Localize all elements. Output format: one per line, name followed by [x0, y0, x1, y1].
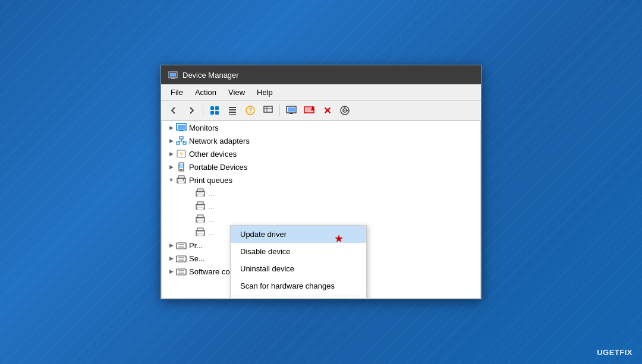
tree-arrow-pr: ▶ [166, 240, 176, 250]
menu-action[interactable]: Action [190, 87, 221, 98]
svg-rect-28 [177, 142, 180, 144]
noop4 [190, 227, 195, 237]
print-child-2-icon [195, 201, 206, 211]
svg-rect-17 [288, 107, 295, 112]
svg-rect-26 [180, 130, 183, 131]
tree-item-print-child-3[interactable]: ... [162, 213, 480, 226]
tree-arrow-network: ▶ [166, 136, 176, 145]
svg-rect-10 [229, 114, 236, 115]
noop2 [190, 201, 195, 211]
window-icon [168, 70, 178, 80]
svg-rect-61 [178, 270, 184, 271]
svg-rect-7 [229, 107, 236, 108]
ctx-scan-hardware[interactable]: Scan for hardware changes [231, 277, 366, 295]
svg-rect-3 [210, 106, 214, 110]
ctx-uninstall-device[interactable]: Uninstall device [231, 260, 366, 277]
uninstall-button[interactable]: ✕ [319, 103, 335, 118]
print-child-1-icon [195, 188, 206, 198]
tree-arrow-se: ▶ [166, 254, 176, 263]
other-icon: ? [176, 149, 187, 159]
svg-rect-58 [178, 257, 184, 258]
watermark: UGETFIX [597, 348, 632, 357]
tree-arrow-monitors: ▶ [166, 123, 176, 132]
tree-item-print-queues[interactable]: ▼ Print queues [162, 173, 480, 186]
menu-file[interactable]: File [166, 87, 188, 98]
other-label: Other devices [189, 150, 237, 159]
ctx-update-driver-label: Update driver [240, 230, 287, 239]
ctx-disable-device[interactable]: Disable device [231, 243, 366, 260]
help-button[interactable]: ? [243, 103, 258, 118]
ctx-properties[interactable]: Properties [231, 297, 366, 299]
tree-arrow-software: ▶ [166, 267, 176, 276]
svg-rect-55 [178, 244, 184, 245]
print-child-3-icon [195, 214, 206, 224]
toolbar-sep-2 [279, 105, 280, 116]
tree-panel: ▶ Monitors ▶ Network adapters [161, 121, 481, 299]
print-icon [176, 175, 187, 185]
monitors-label: Monitors [189, 124, 219, 132]
svg-rect-1 [170, 73, 176, 77]
svg-rect-27 [180, 137, 183, 139]
details-view-button[interactable] [260, 103, 276, 118]
menu-view[interactable]: View [224, 87, 250, 98]
svg-rect-57 [177, 256, 186, 262]
svg-rect-54 [177, 243, 186, 249]
portable-icon [176, 162, 187, 172]
menu-bar: File Action View Help [161, 84, 481, 101]
forward-button[interactable] [184, 103, 199, 118]
se-icon [176, 254, 187, 263]
tree-item-monitors[interactable]: ▶ Monitors [162, 121, 480, 134]
tree-item-portable[interactable]: ▶ Portable Devices [162, 160, 480, 173]
svg-rect-13 [264, 106, 272, 112]
svg-rect-60 [177, 269, 186, 275]
tree-item-other[interactable]: ▶ ? Other devices [162, 147, 480, 160]
svg-rect-4 [215, 106, 219, 110]
back-button[interactable] [166, 103, 181, 118]
svg-text:?: ? [180, 151, 183, 157]
display-button[interactable] [284, 103, 299, 118]
svg-rect-25 [178, 125, 185, 129]
context-menu: Update driver Disable device Uninstall d… [230, 225, 367, 299]
list-view-button[interactable] [225, 103, 240, 118]
svg-text:?: ? [248, 107, 252, 114]
svg-rect-37 [180, 164, 183, 168]
svg-rect-50 [197, 220, 203, 223]
svg-rect-53 [197, 233, 203, 236]
network-label: Network adapters [189, 137, 250, 145]
svg-rect-18 [289, 113, 293, 114]
svg-rect-5 [210, 111, 214, 115]
svg-rect-2 [171, 78, 175, 79]
title-bar: Device Manager [161, 65, 481, 84]
category-view-button[interactable] [207, 103, 222, 118]
svg-rect-8 [229, 109, 236, 110]
monitors-icon [176, 123, 187, 132]
tree-item-print-child-1[interactable]: ... [162, 186, 480, 200]
scan-button[interactable] [337, 103, 353, 118]
noop3 [190, 214, 195, 224]
toolbar-sep-1 [203, 105, 203, 116]
svg-rect-62 [178, 273, 184, 274]
ctx-uninstall-label: Uninstall device [240, 264, 294, 273]
device-manager-window: Device Manager File Action View Help [160, 65, 482, 299]
print-queues-label: Print queues [189, 176, 232, 185]
tree-arrow-portable: ▶ [166, 162, 176, 172]
svg-point-41 [183, 179, 184, 181]
pr-icon [176, 240, 187, 250]
svg-rect-47 [197, 207, 203, 210]
ctx-update-driver[interactable]: Update driver [231, 226, 366, 243]
noop [190, 188, 195, 198]
tree-item-network[interactable]: ▶ Network adapters [162, 134, 480, 147]
svg-rect-59 [178, 259, 184, 261]
svg-rect-56 [178, 246, 184, 248]
tree-item-print-child-2[interactable]: ... [162, 200, 480, 213]
toolbar: ? ✕ [161, 101, 481, 121]
svg-rect-36 [180, 169, 182, 170]
network-icon [176, 136, 187, 145]
software-icon [176, 267, 187, 276]
window-title: Device Manager [182, 71, 239, 80]
portable-label: Portable Devices [189, 163, 247, 172]
ctx-scan-label: Scan for hardware changes [240, 281, 335, 290]
update-driver-button[interactable] [301, 103, 317, 118]
menu-help[interactable]: Help [252, 87, 278, 98]
svg-rect-40 [178, 181, 184, 183]
